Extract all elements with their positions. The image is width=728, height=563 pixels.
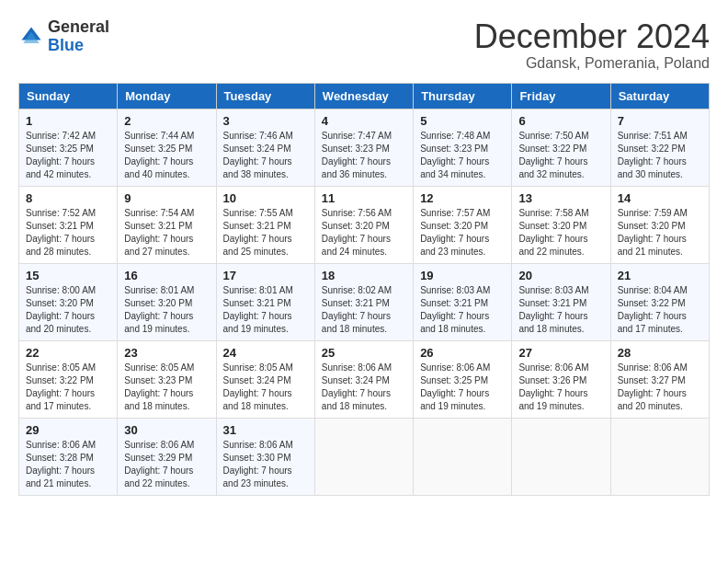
month-title: December 2024 bbox=[474, 18, 710, 55]
calendar-cell: 30Sunrise: 8:06 AMSunset: 3:29 PMDayligh… bbox=[118, 418, 216, 495]
day-number: 12 bbox=[420, 191, 505, 205]
calendar-cell: 9Sunrise: 7:54 AMSunset: 3:21 PMDaylight… bbox=[118, 186, 216, 263]
day-header-saturday: Saturday bbox=[610, 83, 709, 109]
day-number: 17 bbox=[223, 269, 308, 282]
calendar-cell: 24Sunrise: 8:05 AMSunset: 3:24 PMDayligh… bbox=[216, 340, 314, 418]
day-number: 14 bbox=[618, 191, 702, 205]
day-number: 16 bbox=[124, 269, 209, 282]
day-number: 5 bbox=[420, 114, 505, 128]
day-detail: Sunrise: 8:06 AMSunset: 3:25 PMDaylight:… bbox=[420, 362, 505, 413]
day-header-tuesday: Tuesday bbox=[216, 83, 314, 109]
day-number: 2 bbox=[124, 114, 209, 128]
day-number: 11 bbox=[322, 191, 406, 205]
day-detail: Sunrise: 7:42 AMSunset: 3:25 PMDaylight:… bbox=[26, 130, 110, 181]
day-number: 4 bbox=[322, 114, 406, 128]
calendar-cell: 3Sunrise: 7:46 AMSunset: 3:24 PMDaylight… bbox=[216, 109, 314, 186]
logo-blue-text: Blue bbox=[48, 36, 84, 54]
day-detail: Sunrise: 7:44 AMSunset: 3:25 PMDaylight:… bbox=[124, 130, 209, 181]
calendar-cell: 5Sunrise: 7:48 AMSunset: 3:23 PMDaylight… bbox=[414, 109, 512, 186]
calendar-week-3: 15Sunrise: 8:00 AMSunset: 3:20 PMDayligh… bbox=[19, 263, 710, 340]
day-detail: Sunrise: 7:56 AMSunset: 3:20 PMDaylight:… bbox=[322, 207, 406, 259]
day-number: 7 bbox=[618, 114, 702, 128]
day-detail: Sunrise: 8:02 AMSunset: 3:21 PMDaylight:… bbox=[322, 284, 406, 336]
calendar-cell: 23Sunrise: 8:05 AMSunset: 3:23 PMDayligh… bbox=[118, 340, 216, 418]
calendar-cell: 7Sunrise: 7:51 AMSunset: 3:22 PMDaylight… bbox=[610, 109, 709, 186]
calendar-cell: 27Sunrise: 8:06 AMSunset: 3:26 PMDayligh… bbox=[512, 340, 610, 418]
day-detail: Sunrise: 8:06 AMSunset: 3:30 PMDaylight:… bbox=[223, 439, 308, 490]
logo-general-text: General bbox=[48, 17, 109, 36]
day-detail: Sunrise: 8:03 AMSunset: 3:21 PMDaylight:… bbox=[420, 284, 505, 336]
day-detail: Sunrise: 8:01 AMSunset: 3:21 PMDaylight:… bbox=[223, 284, 308, 336]
calendar-cell: 28Sunrise: 8:06 AMSunset: 3:27 PMDayligh… bbox=[610, 340, 709, 418]
title-section: December 2024 Gdansk, Pomerania, Poland bbox=[474, 18, 710, 72]
calendar-cell: 13Sunrise: 7:58 AMSunset: 3:20 PMDayligh… bbox=[512, 186, 610, 263]
day-number: 27 bbox=[518, 346, 603, 360]
page-header: General Blue December 2024 Gdansk, Pomer… bbox=[18, 18, 710, 72]
day-detail: Sunrise: 7:46 AMSunset: 3:24 PMDaylight:… bbox=[223, 130, 308, 181]
calendar-cell: 15Sunrise: 8:00 AMSunset: 3:20 PMDayligh… bbox=[19, 263, 118, 340]
calendar-cell bbox=[414, 418, 512, 495]
day-number: 10 bbox=[223, 191, 308, 205]
day-detail: Sunrise: 8:04 AMSunset: 3:22 PMDaylight:… bbox=[618, 284, 702, 336]
logo: General Blue bbox=[18, 18, 109, 55]
day-detail: Sunrise: 8:05 AMSunset: 3:22 PMDaylight:… bbox=[26, 362, 110, 413]
day-number: 24 bbox=[223, 346, 308, 360]
calendar-cell: 31Sunrise: 8:06 AMSunset: 3:30 PMDayligh… bbox=[216, 418, 314, 495]
day-number: 20 bbox=[518, 269, 603, 282]
day-detail: Sunrise: 7:57 AMSunset: 3:20 PMDaylight:… bbox=[420, 207, 505, 259]
day-number: 23 bbox=[124, 346, 209, 360]
calendar-cell bbox=[314, 418, 413, 495]
day-number: 13 bbox=[518, 191, 603, 205]
day-detail: Sunrise: 7:47 AMSunset: 3:23 PMDaylight:… bbox=[322, 130, 406, 181]
calendar-cell: 14Sunrise: 7:59 AMSunset: 3:20 PMDayligh… bbox=[610, 186, 709, 263]
day-number: 31 bbox=[223, 423, 308, 437]
calendar-week-1: 1Sunrise: 7:42 AMSunset: 3:25 PMDaylight… bbox=[19, 109, 710, 186]
day-number: 21 bbox=[618, 269, 702, 282]
calendar-cell: 2Sunrise: 7:44 AMSunset: 3:25 PMDaylight… bbox=[118, 109, 216, 186]
day-number: 30 bbox=[124, 423, 209, 437]
day-detail: Sunrise: 7:50 AMSunset: 3:22 PMDaylight:… bbox=[518, 130, 603, 181]
day-number: 6 bbox=[518, 114, 603, 128]
day-detail: Sunrise: 8:05 AMSunset: 3:24 PMDaylight:… bbox=[223, 362, 308, 413]
calendar-cell bbox=[512, 418, 610, 495]
calendar-cell: 18Sunrise: 8:02 AMSunset: 3:21 PMDayligh… bbox=[314, 263, 413, 340]
calendar-week-4: 22Sunrise: 8:05 AMSunset: 3:22 PMDayligh… bbox=[19, 340, 710, 418]
calendar-cell: 25Sunrise: 8:06 AMSunset: 3:24 PMDayligh… bbox=[314, 340, 413, 418]
day-detail: Sunrise: 7:52 AMSunset: 3:21 PMDaylight:… bbox=[26, 207, 110, 259]
day-detail: Sunrise: 7:58 AMSunset: 3:20 PMDaylight:… bbox=[518, 207, 603, 259]
day-number: 19 bbox=[420, 269, 505, 282]
calendar-table: SundayMondayTuesdayWednesdayThursdayFrid… bbox=[18, 83, 710, 496]
calendar-cell: 26Sunrise: 8:06 AMSunset: 3:25 PMDayligh… bbox=[414, 340, 512, 418]
logo-icon bbox=[18, 24, 44, 50]
calendar-cell: 22Sunrise: 8:05 AMSunset: 3:22 PMDayligh… bbox=[19, 340, 118, 418]
day-detail: Sunrise: 7:48 AMSunset: 3:23 PMDaylight:… bbox=[420, 130, 505, 181]
day-detail: Sunrise: 8:03 AMSunset: 3:21 PMDaylight:… bbox=[518, 284, 603, 336]
day-detail: Sunrise: 7:54 AMSunset: 3:21 PMDaylight:… bbox=[124, 207, 209, 259]
day-detail: Sunrise: 7:55 AMSunset: 3:21 PMDaylight:… bbox=[223, 207, 308, 259]
calendar-cell bbox=[610, 418, 709, 495]
day-number: 22 bbox=[26, 346, 110, 360]
day-detail: Sunrise: 8:00 AMSunset: 3:20 PMDaylight:… bbox=[26, 284, 110, 336]
day-header-sunday: Sunday bbox=[19, 83, 118, 109]
day-number: 28 bbox=[618, 346, 702, 360]
day-header-wednesday: Wednesday bbox=[314, 83, 413, 109]
day-detail: Sunrise: 8:05 AMSunset: 3:23 PMDaylight:… bbox=[124, 362, 209, 413]
day-detail: Sunrise: 8:06 AMSunset: 3:27 PMDaylight:… bbox=[618, 362, 702, 413]
day-detail: Sunrise: 8:06 AMSunset: 3:26 PMDaylight:… bbox=[518, 362, 603, 413]
calendar-cell: 20Sunrise: 8:03 AMSunset: 3:21 PMDayligh… bbox=[512, 263, 610, 340]
calendar-week-2: 8Sunrise: 7:52 AMSunset: 3:21 PMDaylight… bbox=[19, 186, 710, 263]
day-number: 18 bbox=[322, 269, 406, 282]
calendar-cell: 19Sunrise: 8:03 AMSunset: 3:21 PMDayligh… bbox=[414, 263, 512, 340]
day-number: 1 bbox=[26, 114, 110, 128]
day-number: 25 bbox=[322, 346, 406, 360]
day-number: 26 bbox=[420, 346, 505, 360]
calendar-cell: 8Sunrise: 7:52 AMSunset: 3:21 PMDaylight… bbox=[19, 186, 118, 263]
calendar-week-5: 29Sunrise: 8:06 AMSunset: 3:28 PMDayligh… bbox=[19, 418, 710, 495]
day-header-monday: Monday bbox=[118, 83, 216, 109]
day-number: 29 bbox=[26, 423, 110, 437]
calendar-cell: 21Sunrise: 8:04 AMSunset: 3:22 PMDayligh… bbox=[610, 263, 709, 340]
calendar-cell: 4Sunrise: 7:47 AMSunset: 3:23 PMDaylight… bbox=[314, 109, 413, 186]
day-detail: Sunrise: 8:06 AMSunset: 3:28 PMDaylight:… bbox=[26, 439, 110, 490]
calendar-cell: 29Sunrise: 8:06 AMSunset: 3:28 PMDayligh… bbox=[19, 418, 118, 495]
day-header-friday: Friday bbox=[512, 83, 610, 109]
